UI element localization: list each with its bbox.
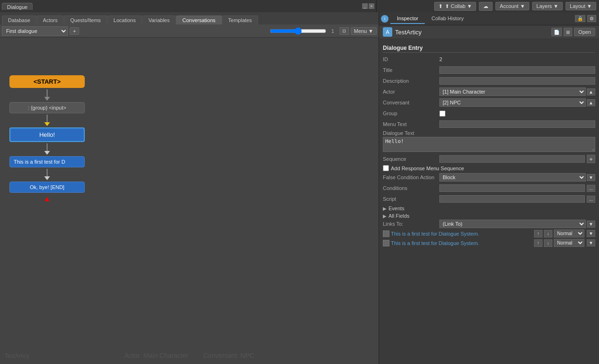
tab-collab-history[interactable]: Collab History [425,14,470,24]
tab-actors[interactable]: Actors [37,16,64,24]
link-item-2: This is a first test for Dialogue System… [383,239,595,247]
dialogue-entry-section: Dialogue Entry [383,45,595,53]
link-priority-down-2[interactable]: ▼ [587,239,595,246]
links-to-select[interactable]: (Link To) [439,220,586,228]
script-ellipsis-button[interactable]: ... [587,196,595,203]
id-label: ID [383,56,439,62]
inspector-icons: 🔒 ⚙ [575,15,599,22]
events-section[interactable]: ▶ Events [383,206,595,211]
window-title: Dialogue [2,3,32,10]
field-dialogue-text-container: Dialogue Text Hello! [383,130,595,153]
node-hello[interactable]: Hello! [9,127,85,142]
close-button[interactable]: × [369,3,374,9]
tab-database[interactable]: Database [2,16,36,24]
main-layout: Database Actors Quests/Items Locations V… [0,12,599,364]
add-response-checkbox[interactable] [383,165,389,171]
lock-icon-button[interactable]: 🔒 [575,15,585,22]
node-end[interactable]: Ok, bye! [END] [9,182,85,193]
false-condition-down-button[interactable]: ▼ [587,174,595,181]
connector-line-3 [47,143,48,151]
tab-variables[interactable]: Variables [142,16,176,24]
articy-icon: A [383,27,392,37]
link-text-1[interactable]: This is a first test for Dialogue System… [391,231,533,237]
inspector-content: Dialogue Entry ID 2 Title Main Character… [379,39,599,364]
link-up-button-1[interactable]: ↑ [534,230,542,237]
link-item-1: This is a first test for Dialogue System… [383,229,595,237]
menu-button[interactable]: Menu ▼ [351,27,377,35]
settings-icon-button[interactable]: ⚙ [587,15,596,22]
script-input[interactable] [439,195,585,203]
node-test-text[interactable]: This is a first test for D [9,156,85,167]
tab-quests-items[interactable]: Quests/Items [64,16,107,24]
open-button[interactable]: Open [574,28,595,36]
collab-button[interactable]: ⬆ ⬆ Collab ▼ [434,2,476,11]
conditions-input[interactable] [439,184,585,192]
link-priority-select-2[interactable]: Normal [554,239,584,247]
link-text-2[interactable]: This is a first test for Dialogue System… [391,240,533,246]
conditions-ellipsis-button[interactable]: ... [587,185,595,192]
bottom-left-label: TestArticy [5,353,29,359]
description-input[interactable] [439,77,595,85]
field-description: Description [383,76,595,86]
field-script: Script ... [383,194,595,204]
tab-conversations[interactable]: Conversations [176,16,221,24]
zoom-fit-button[interactable]: ⊡ [340,27,349,35]
menu-text-input[interactable] [439,120,595,128]
conversant-select[interactable]: [2] NPC [439,98,586,107]
tab-inspector[interactable]: Inspector [390,14,425,24]
field-conversant: Conversant [2] NPC ▲ [383,98,595,107]
all-fields-section[interactable]: ▶ All Fields [383,213,595,219]
connector-1 [44,88,50,102]
all-fields-arrow-icon: ▶ [383,214,387,219]
link-item-icon-1 [383,230,389,237]
cloud-icon: ☁ [483,3,488,9]
false-condition-label: False Condition Action [383,174,439,180]
title-input[interactable]: Main Character: "Hello!" [439,66,595,74]
account-button[interactable]: Account ▼ [495,2,529,10]
tab-templates[interactable]: Templates [222,16,258,24]
layout-button[interactable]: Layout ▼ [566,2,596,10]
sequence-add-button[interactable]: + [587,155,595,163]
link-down-button-2[interactable]: ↓ [544,239,552,247]
node-group[interactable]: : {group} <input> [9,102,85,113]
node-start[interactable]: <START> [9,75,85,88]
title-label: Title [383,67,439,73]
field-actor: Actor [1] Main Character ▲ [383,87,595,96]
link-priority-select-1[interactable]: Normal [554,229,584,237]
cloud-button[interactable]: ☁ [479,2,493,11]
layers-button[interactable]: Layers ▼ [532,2,563,10]
group-checkbox[interactable] [439,111,445,117]
inspector-title: TestArticy [395,29,551,36]
sequence-input[interactable] [439,155,585,163]
link-priority-down-1[interactable]: ▼ [587,230,595,237]
canvas-area[interactable]: <START> : {group} <input> Hello! [0,38,379,364]
false-condition-select[interactable]: Block [439,173,586,182]
conversant-up-button[interactable]: ▲ [587,99,595,106]
info-icon: i [381,15,389,23]
field-false-condition: False Condition Action Block ▼ [383,173,595,182]
doc-view-button[interactable]: 📄 [551,28,562,36]
zoom-slider[interactable] [270,27,326,35]
conditions-label: Conditions [383,185,439,191]
connector-2 [44,113,50,127]
conversant-label: Conversant: NPC [203,352,254,359]
add-dialogue-button[interactable]: + [70,27,79,35]
actor-field-label: Actor [383,89,439,95]
connector-line-4 [47,169,48,176]
links-to-down-button[interactable]: ▼ [587,221,595,228]
add-response-label: Add Response Menu Sequence [391,166,464,171]
minimize-button[interactable]: _ [362,3,368,9]
script-label: Script [383,196,439,202]
grid-view-button[interactable]: ⊞ [564,28,572,36]
dialogue-text-label: Dialogue Text [383,130,439,136]
actor-up-button[interactable]: ▲ [587,88,595,95]
link-up-button-2[interactable]: ↑ [534,239,542,247]
events-label: Events [389,206,405,211]
right-panel: i Inspector Collab History 🔒 ⚙ A TestArt… [379,12,599,364]
tab-locations[interactable]: Locations [107,16,142,24]
dialogue-text-input[interactable]: Hello! [383,137,595,152]
actor-select[interactable]: [1] Main Character [439,87,586,96]
dialogue-select[interactable]: First dialogue [2,26,68,36]
events-arrow-icon: ▶ [383,206,387,211]
link-down-button-1[interactable]: ↓ [544,230,552,237]
